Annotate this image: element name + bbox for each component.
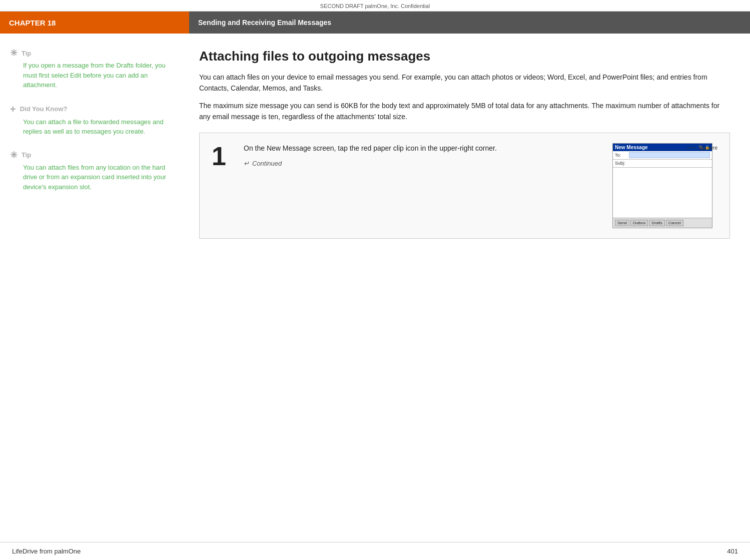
footer-left: LifeDrive from palmOne <box>12 547 81 555</box>
continued-label: Continued <box>252 160 282 167</box>
device-subj-label: Subj: <box>615 161 629 166</box>
device-subj-field: Subj: <box>613 160 712 168</box>
device-to-value <box>629 152 710 158</box>
step-continued-1: ↵ Continued <box>244 160 600 167</box>
device-btn-outbox[interactable]: Outbox <box>630 220 648 226</box>
device-body <box>613 168 712 218</box>
device-btn-cancel[interactable]: Cancel <box>666 220 683 226</box>
sidebar-did-you-know: + Did You Know? You can attach a file to… <box>10 104 174 137</box>
tip-icon-2: ✳ <box>10 151 18 160</box>
device-screen: New Message 🔌 🔒 To: Subj: <box>612 143 712 228</box>
sidebar-did-you-know-label: Did You Know? <box>20 105 68 113</box>
device-toolbar: Send Outbox Drafts Cancel <box>613 218 712 228</box>
article-area: Attaching files to outgoing messages You… <box>189 49 750 239</box>
step-instruction-1: On the New Message screen, tap the red p… <box>244 143 600 154</box>
sidebar-tip-2: ✳ Tip You can attach files from any loca… <box>10 151 174 192</box>
sidebar-tip-2-label: Tip <box>22 151 31 159</box>
step-content-1: On the New Message screen, tap the red p… <box>244 143 600 168</box>
tap-here-label: Tap here <box>687 145 717 151</box>
article-para-1: You can attach files on your device to e… <box>199 72 730 94</box>
continued-arrow-icon: ↵ <box>244 160 249 167</box>
did-you-know-icon: + <box>10 104 16 114</box>
step-box-1: 1 On the New Message screen, tap the red… <box>199 133 730 239</box>
sidebar-tip-2-text: You can attach files from any location o… <box>10 163 174 192</box>
footer-right: 401 <box>727 547 738 555</box>
footer: LifeDrive from palmOne 401 <box>0 542 750 560</box>
chapter-title: Sending and Receiving Email Messages <box>189 12 750 34</box>
chapter-header: CHAPTER 18 Sending and Receiving Email M… <box>0 12 750 34</box>
device-btn-send[interactable]: Send <box>615 220 629 226</box>
chapter-label: CHAPTER 18 <box>0 12 189 34</box>
article-para-2: The maximum size message you can send is… <box>199 101 730 122</box>
device-btn-drafts[interactable]: Drafts <box>649 220 664 226</box>
tip-icon-1: ✳ <box>10 49 18 58</box>
sidebar-tip-1: ✳ Tip If you open a message from the Dra… <box>10 49 174 90</box>
sidebar-tip-1-label: Tip <box>22 50 31 57</box>
sidebar-did-you-know-text: You can attach a file to forwarded messa… <box>10 117 174 137</box>
device-to-field: To: <box>613 151 712 160</box>
device-screenshot: New Message 🔌 🔒 To: Subj: <box>612 143 717 228</box>
sidebar: ✳ Tip If you open a message from the Dra… <box>0 49 189 239</box>
device-title: New Message <box>615 145 648 150</box>
top-bar: SECOND DRAFT palmOne, Inc. Confidential <box>0 0 750 12</box>
article-title: Attaching files to outgoing messages <box>199 49 730 64</box>
step-number-1: 1 <box>212 143 232 169</box>
device-to-label: To: <box>615 153 629 158</box>
sidebar-tip-1-text: If you open a message from the Drafts fo… <box>10 61 174 90</box>
